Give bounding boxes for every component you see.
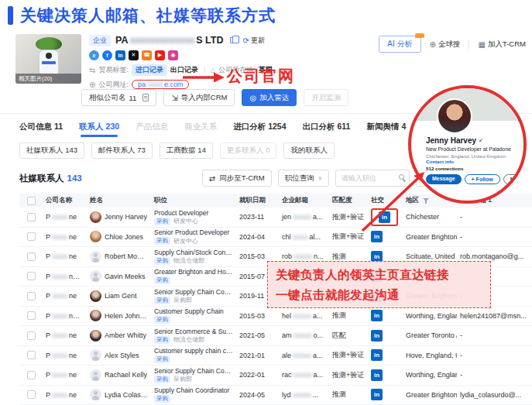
- contact-name[interactable]: Liam Gent: [105, 292, 137, 300]
- tab-count: 230: [106, 122, 120, 131]
- company-photo[interactable]: 相关图片(20): [15, 34, 81, 84]
- region-cell: Scituate, United St...: [403, 252, 457, 260]
- tab-5[interactable]: 进口分析1254: [233, 122, 286, 132]
- avatar-photo: [90, 310, 101, 321]
- start-monitor-button[interactable]: 开启监测: [304, 89, 348, 106]
- radar-icon: ◎: [249, 94, 256, 102]
- filter-icon[interactable]: [423, 197, 430, 204]
- job-query-select[interactable]: 职位查询∨: [278, 170, 329, 187]
- profile-name-text: Jenny Harvey: [426, 136, 476, 145]
- row-checkbox[interactable]: [27, 311, 36, 320]
- youtube-icon[interactable]: ▶: [155, 50, 165, 60]
- tab-2[interactable]: 联系人230: [79, 122, 119, 132]
- verified-icon: ✔: [479, 138, 483, 144]
- chip-4[interactable]: 更多联系人 0: [220, 142, 276, 159]
- contact-name[interactable]: Gavin Meeks: [105, 273, 146, 280]
- chip-5[interactable]: 我的联系人: [283, 142, 335, 159]
- tab-7[interactable]: 新闻舆情4: [366, 122, 406, 132]
- import-records-tag[interactable]: 进口记录: [132, 64, 167, 76]
- row-checkbox[interactable]: [27, 232, 36, 241]
- contact-name[interactable]: Jenny Harvey: [105, 213, 147, 221]
- related-images-label[interactable]: 相关图片(20): [15, 74, 81, 84]
- company-website-link[interactable]: paxxxxxe.com: [132, 80, 190, 89]
- row-checkbox[interactable]: [27, 272, 36, 280]
- row-checkbox[interactable]: [27, 331, 36, 340]
- more-button[interactable]: More: [503, 174, 527, 184]
- linkedin-icon[interactable]: in: [371, 369, 383, 381]
- contact-name[interactable]: Robert Monta...: [105, 252, 148, 260]
- table-row: PxxxxxneRachael KellySenior Supply Chain…: [19, 366, 532, 386]
- row-select-cell: [19, 252, 43, 261]
- linkedin-icon[interactable]: in: [371, 330, 383, 342]
- export-records-tag[interactable]: 出口记录: [170, 65, 198, 75]
- tab-3[interactable]: 产品信息: [136, 122, 168, 132]
- sync-tcrm-button[interactable]: ⇄同步至T-CRM: [202, 170, 272, 187]
- contact-name[interactable]: Alex Styles: [105, 352, 139, 359]
- contact-name[interactable]: Amber Whitty: [105, 331, 146, 339]
- row-checkbox[interactable]: [27, 390, 36, 399]
- linkedin-icon[interactable]: in: [371, 389, 383, 400]
- copy-icon[interactable]: [230, 37, 235, 43]
- linkedin-profile-callout: Jenny Harvey✔ New Product Developer at P…: [408, 85, 527, 204]
- linkedin-icon[interactable]: in: [371, 349, 383, 361]
- linkedin-icon[interactable]: in: [379, 211, 390, 223]
- tab-1[interactable]: 公司信息11: [19, 122, 63, 132]
- ai-analysis-button[interactable]: AI 分析: [379, 36, 420, 53]
- row-checkbox[interactable]: [27, 252, 36, 261]
- x-twitter-icon[interactable]: ✕: [129, 50, 139, 60]
- globe-icon: ⊕: [430, 40, 436, 49]
- import-icon: ⇲: [171, 94, 177, 102]
- row-select-cell: [19, 331, 43, 340]
- company-suffix: ne: [69, 213, 77, 221]
- region-cell: Worthing, England,...: [403, 371, 457, 379]
- facebook-icon[interactable]: f: [102, 50, 112, 60]
- similar-companies-count: 11: [129, 94, 137, 102]
- website-icon[interactable]: e: [89, 50, 99, 60]
- email-redacted: xxxxxx: [293, 352, 311, 359]
- job-meta: 采购: [154, 395, 233, 403]
- tab-6[interactable]: 出口分析611: [303, 122, 351, 132]
- company-suffix: ne: [69, 352, 77, 359]
- linkedin-icon[interactable]: in: [371, 310, 383, 321]
- phone-icon[interactable]: ☎: [142, 50, 152, 60]
- contact-name[interactable]: Helen Johnstone: [105, 312, 148, 320]
- select-all-checkbox[interactable]: [27, 197, 36, 205]
- update-button[interactable]: ⟳更新: [243, 36, 265, 46]
- email-prefix: lyd: [282, 391, 291, 399]
- message-button[interactable]: Message: [426, 174, 462, 184]
- contact-name[interactable]: Rachael Kelly: [105, 371, 147, 379]
- refresh-icon: ⟳: [243, 36, 249, 45]
- tab-4[interactable]: 商业关系: [184, 122, 217, 132]
- row-checkbox[interactable]: [27, 292, 36, 300]
- match-level-cell: 匹配: [329, 331, 368, 341]
- follow-button[interactable]: + Follow: [465, 174, 500, 184]
- contact-info-link[interactable]: Contact info: [426, 159, 454, 164]
- job-meta: 采购: [154, 276, 233, 284]
- social-cell: in: [368, 231, 403, 242]
- join-tcrm-button[interactable]: ▦加入T-CRM: [478, 39, 526, 50]
- contact-cell: Gavin Meeks: [87, 270, 151, 282]
- job-title-cell: Customer supply chain coordinator采购: [151, 347, 236, 363]
- chip-1[interactable]: 社媒联系人 143: [19, 142, 84, 159]
- contact-name[interactable]: Chloe Jones: [105, 233, 143, 241]
- company-redacted: xxxxx: [52, 312, 67, 320]
- table-row: PxxxxxneJenny HarveyProduct Developer采购研…: [19, 208, 532, 228]
- global-search-button[interactable]: ⊕全球搜: [430, 39, 461, 50]
- import-crm-button[interactable]: ⇲导入内部CRM: [163, 89, 235, 106]
- row-checkbox[interactable]: [27, 351, 36, 359]
- chip-3[interactable]: 工商数据 14: [160, 142, 213, 159]
- linkedin-icon[interactable]: in: [371, 231, 383, 242]
- search-icon[interactable]: [399, 174, 404, 180]
- join-radar-button[interactable]: ◎加入雷达: [242, 89, 297, 106]
- contact-name[interactable]: Lydia Colasurdo: [105, 391, 148, 399]
- company-prefix: P: [46, 233, 50, 241]
- region-cell: Greater Brighton a...: [403, 391, 457, 399]
- profile-headline: New Product Developer at Paladone: [426, 146, 511, 152]
- chip-2[interactable]: 邮件联系人 73: [91, 142, 153, 159]
- row-checkbox[interactable]: [27, 371, 36, 379]
- instagram-icon[interactable]: ◉: [168, 50, 178, 60]
- linkedin-icon[interactable]: in: [115, 50, 125, 60]
- similar-companies-button[interactable]: 相似公司名11: [81, 89, 156, 106]
- row-checkbox[interactable]: [27, 213, 36, 221]
- job-department: 物流仓储部: [173, 257, 204, 265]
